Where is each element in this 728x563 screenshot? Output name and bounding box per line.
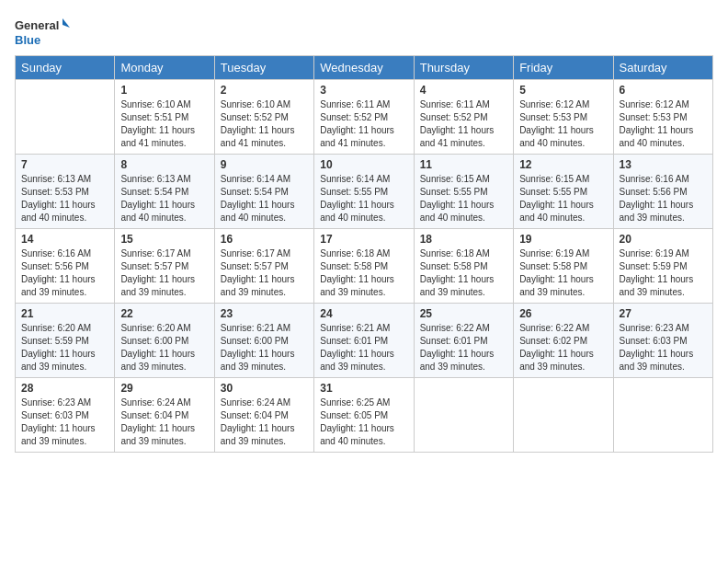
sunrise-label: Sunrise: 6:15 AM: [519, 174, 589, 184]
sunset-label: Sunset: 5:59 PM: [620, 261, 688, 271]
sunset-label: Sunset: 5:53 PM: [21, 187, 89, 197]
day-number: 23: [221, 307, 308, 320]
sunrise-label: Sunrise: 6:22 AM: [519, 323, 589, 333]
day-number: 6: [620, 84, 707, 97]
day-number: 28: [21, 382, 108, 395]
svg-marker-2: [63, 18, 70, 28]
svg-text:Blue: Blue: [15, 33, 40, 47]
daylight-label: Daylight: 11 hours and 39 minutes.: [620, 274, 694, 297]
cell-info: Sunrise: 6:23 AM Sunset: 6:03 PM Dayligh…: [620, 322, 707, 373]
day-number: 22: [120, 307, 208, 320]
sunrise-label: Sunrise: 6:13 AM: [21, 174, 91, 184]
cell-info: Sunrise: 6:15 AM Sunset: 5:55 PM Dayligh…: [519, 173, 607, 224]
sunrise-label: Sunrise: 6:14 AM: [221, 174, 290, 184]
sunset-label: Sunset: 6:04 PM: [221, 410, 289, 420]
cell-12: 12 Sunrise: 6:15 AM Sunset: 5:55 PM Dayl…: [514, 155, 613, 229]
sunset-label: Sunset: 6:00 PM: [120, 336, 188, 346]
cell-17: 17 Sunrise: 6:18 AM Sunset: 5:58 PM Dayl…: [314, 229, 414, 304]
sunset-label: Sunset: 5:56 PM: [21, 261, 89, 271]
daylight-label: Daylight: 11 hours and 39 minutes.: [120, 349, 195, 372]
daylight-label: Daylight: 11 hours and 40 minutes.: [519, 125, 594, 148]
cell-info: Sunrise: 6:19 AM Sunset: 5:58 PM Dayligh…: [519, 247, 607, 299]
col-header-wednesday: Wednesday: [314, 56, 414, 80]
daylight-label: Daylight: 11 hours and 39 minutes.: [420, 349, 495, 372]
daylight-label: Daylight: 11 hours and 41 minutes.: [221, 125, 295, 148]
daylight-label: Daylight: 11 hours and 41 minutes.: [420, 125, 495, 148]
daylight-label: Daylight: 11 hours and 39 minutes.: [320, 274, 394, 297]
col-header-sunday: Sunday: [16, 56, 115, 80]
daylight-label: Daylight: 11 hours and 39 minutes.: [120, 423, 195, 446]
cell-info: Sunrise: 6:16 AM Sunset: 5:56 PM Dayligh…: [21, 247, 108, 299]
page-header: General Blue: [15, 15, 713, 48]
sunrise-label: Sunrise: 6:19 AM: [620, 248, 689, 259]
sunrise-label: Sunrise: 6:12 AM: [519, 99, 589, 109]
cell-info: Sunrise: 6:13 AM Sunset: 5:54 PM Dayligh…: [120, 173, 208, 224]
sunset-label: Sunset: 5:52 PM: [420, 112, 488, 122]
sunset-label: Sunset: 5:59 PM: [21, 336, 89, 346]
sunrise-label: Sunrise: 6:15 AM: [420, 174, 490, 184]
cell-info: Sunrise: 6:12 AM Sunset: 5:53 PM Dayligh…: [620, 98, 707, 150]
col-header-friday: Friday: [514, 56, 613, 80]
sunrise-label: Sunrise: 6:11 AM: [320, 99, 390, 109]
day-number: 9: [221, 158, 308, 171]
sunset-label: Sunset: 5:56 PM: [620, 187, 688, 197]
day-number: 19: [519, 233, 607, 246]
sunrise-label: Sunrise: 6:16 AM: [620, 174, 689, 184]
daylight-label: Daylight: 11 hours and 39 minutes.: [519, 274, 594, 297]
cell-30: 30 Sunrise: 6:24 AM Sunset: 6:04 PM Dayl…: [214, 378, 313, 453]
day-number: 4: [420, 84, 507, 97]
daylight-label: Daylight: 11 hours and 40 minutes.: [420, 200, 495, 223]
sunrise-label: Sunrise: 6:25 AM: [320, 397, 390, 408]
sunrise-label: Sunrise: 6:16 AM: [21, 248, 91, 259]
sunset-label: Sunset: 5:52 PM: [320, 112, 388, 122]
day-number: 3: [320, 84, 407, 97]
daylight-label: Daylight: 11 hours and 40 minutes.: [519, 200, 594, 223]
sunset-label: Sunset: 5:54 PM: [221, 187, 289, 197]
cell-empty: [613, 378, 712, 453]
cell-16: 16 Sunrise: 6:17 AM Sunset: 5:57 PM Dayl…: [214, 229, 313, 304]
cell-info: Sunrise: 6:11 AM Sunset: 5:52 PM Dayligh…: [420, 98, 507, 150]
cell-22: 22 Sunrise: 6:20 AM Sunset: 6:00 PM Dayl…: [115, 304, 214, 378]
week-row-3: 14 Sunrise: 6:16 AM Sunset: 5:56 PM Dayl…: [16, 229, 713, 304]
col-header-tuesday: Tuesday: [214, 56, 313, 80]
sunset-label: Sunset: 5:58 PM: [320, 261, 388, 271]
cell-9: 9 Sunrise: 6:14 AM Sunset: 5:54 PM Dayli…: [214, 155, 313, 229]
cell-info: Sunrise: 6:14 AM Sunset: 5:54 PM Dayligh…: [221, 173, 308, 224]
cell-19: 19 Sunrise: 6:19 AM Sunset: 5:58 PM Dayl…: [514, 229, 613, 304]
cell-info: Sunrise: 6:23 AM Sunset: 6:03 PM Dayligh…: [21, 396, 108, 448]
sunrise-label: Sunrise: 6:20 AM: [120, 323, 190, 333]
cell-info: Sunrise: 6:20 AM Sunset: 6:00 PM Dayligh…: [120, 322, 208, 373]
day-number: 26: [519, 307, 607, 320]
sunrise-label: Sunrise: 6:19 AM: [519, 248, 589, 259]
sunrise-label: Sunrise: 6:21 AM: [221, 323, 290, 333]
daylight-label: Daylight: 11 hours and 39 minutes.: [21, 349, 96, 372]
daylight-label: Daylight: 11 hours and 41 minutes.: [120, 125, 195, 148]
cell-25: 25 Sunrise: 6:22 AM Sunset: 6:01 PM Dayl…: [414, 304, 513, 378]
logo-svg: General Blue: [15, 15, 70, 48]
sunrise-label: Sunrise: 6:17 AM: [120, 248, 190, 259]
day-number: 7: [21, 158, 108, 171]
cell-5: 5 Sunrise: 6:12 AM Sunset: 5:53 PM Dayli…: [514, 80, 613, 155]
cell-info: Sunrise: 6:22 AM Sunset: 6:01 PM Dayligh…: [420, 322, 507, 373]
sunset-label: Sunset: 5:58 PM: [519, 261, 587, 271]
cell-info: Sunrise: 6:19 AM Sunset: 5:59 PM Dayligh…: [620, 247, 707, 299]
cell-info: Sunrise: 6:16 AM Sunset: 5:56 PM Dayligh…: [620, 173, 707, 224]
col-header-saturday: Saturday: [613, 56, 712, 80]
cell-1: 1 Sunrise: 6:10 AM Sunset: 5:51 PM Dayli…: [115, 80, 214, 155]
day-number: 24: [320, 307, 407, 320]
svg-text:General: General: [15, 18, 59, 32]
daylight-label: Daylight: 11 hours and 39 minutes.: [620, 200, 694, 223]
sunset-label: Sunset: 6:04 PM: [120, 410, 188, 420]
cell-info: Sunrise: 6:18 AM Sunset: 5:58 PM Dayligh…: [420, 247, 507, 299]
day-number: 11: [420, 158, 507, 171]
cell-info: Sunrise: 6:24 AM Sunset: 6:04 PM Dayligh…: [221, 396, 308, 448]
day-number: 15: [120, 233, 208, 246]
week-row-1: 1 Sunrise: 6:10 AM Sunset: 5:51 PM Dayli…: [16, 80, 713, 155]
week-row-2: 7 Sunrise: 6:13 AM Sunset: 5:53 PM Dayli…: [16, 155, 713, 229]
cell-info: Sunrise: 6:21 AM Sunset: 6:01 PM Dayligh…: [320, 322, 407, 373]
sunset-label: Sunset: 6:00 PM: [221, 336, 289, 346]
calendar-table: SundayMondayTuesdayWednesdayThursdayFrid…: [15, 55, 713, 453]
day-number: 2: [221, 84, 308, 97]
sunrise-label: Sunrise: 6:10 AM: [221, 99, 290, 109]
day-number: 10: [320, 158, 407, 171]
